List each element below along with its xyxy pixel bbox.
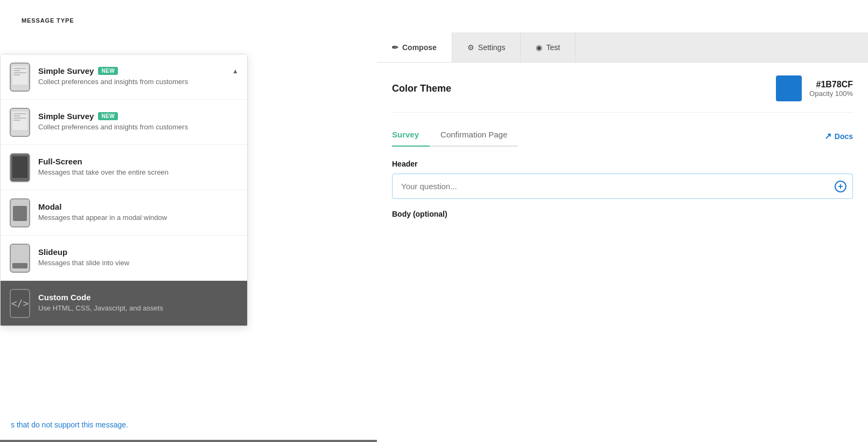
color-theme-section: Color Theme #1B78CF Opacity 100% (392, 75, 853, 113)
modal-icon (9, 198, 31, 227)
item-desc-simple-survey: Collect preferences and insights from cu… (38, 122, 239, 132)
left-preview-spacer: s that do not support this message. (0, 410, 377, 442)
item-title-simple-survey: Simple Survey NEW (38, 112, 239, 121)
body-label: Body (optional) (392, 210, 853, 218)
header-section: Header + (392, 160, 853, 199)
docs-label: Docs (835, 132, 853, 141)
docs-link[interactable]: ↗ Docs (824, 131, 853, 141)
simple-survey-text-selected: Simple Survey NEW ▲ Collect preferences … (38, 66, 239, 87)
simple-survey-text: Simple Survey NEW Collect preferences an… (38, 112, 239, 132)
color-swatch[interactable] (776, 75, 802, 101)
item-desc-slideup: Messages that slide into view (38, 258, 239, 268)
page-top: MESSAGE TYPE (0, 0, 868, 32)
slideup-text: Slideup Messages that slide into view (38, 247, 239, 268)
not-supported-message: s that do not support this message. (0, 410, 377, 440)
item-desc-custom-code: Use HTML, CSS, Javascript, and assets (38, 303, 239, 313)
slideup-icon (9, 243, 31, 273)
full-screen-text: Full-Screen Messages that take over the … (38, 157, 239, 177)
item-title-simple-survey-selected: Simple Survey NEW ▲ (38, 66, 239, 75)
dropdown-item-simple-survey[interactable]: Simple Survey NEW Collect preferences an… (1, 100, 247, 145)
simple-survey-icon (9, 107, 31, 137)
main-layout: Simple Survey NEW ▲ Collect preferences … (0, 32, 868, 442)
color-theme-label: Color Theme (392, 83, 451, 94)
color-hex: #1B78CF (809, 80, 853, 89)
header-input[interactable] (392, 174, 853, 199)
custom-code-text: Custom Code Use HTML, CSS, Javascript, a… (38, 293, 239, 313)
compose-icon: ✏ (392, 43, 398, 52)
color-info: #1B78CF Opacity 100% (809, 80, 853, 98)
dropdown-item-full-screen[interactable]: Full-Screen Messages that take over the … (1, 145, 247, 190)
not-supported-link[interactable]: s that do not support this message. (11, 420, 128, 429)
page-wrapper: MESSAGE TYPE (0, 0, 868, 442)
tab-settings[interactable]: ⚙ Settings (452, 32, 521, 62)
simple-survey-icon-selected (9, 62, 31, 92)
preview-area (0, 440, 377, 442)
right-content: Color Theme #1B78CF Opacity 100% Survey … (377, 63, 868, 442)
tab-confirmation-page[interactable]: Confirmation Page (430, 126, 518, 147)
tabs-row: ✏ Compose ⚙ Settings ◉ Test (377, 32, 868, 63)
modal-text: Modal Messages that appear in a modal wi… (38, 202, 239, 223)
new-badge-selected: NEW (98, 67, 118, 75)
item-title-modal: Modal (38, 202, 239, 211)
body-section: Body (optional) (392, 210, 853, 218)
color-right: #1B78CF Opacity 100% (776, 75, 853, 101)
full-screen-icon (9, 153, 31, 182)
header-input-wrapper: + (392, 174, 853, 199)
item-title-full-screen: Full-Screen (38, 157, 239, 166)
survey-tabs-row: Survey Confirmation Page ↗ Docs (392, 126, 853, 147)
tab-settings-label: Settings (478, 43, 506, 52)
chevron-up-icon: ▲ (232, 67, 239, 75)
color-opacity: Opacity 100% (809, 89, 853, 98)
tab-survey[interactable]: Survey (392, 126, 430, 147)
settings-icon: ⚙ (467, 43, 474, 52)
new-badge: NEW (98, 112, 118, 120)
message-type-label: MESSAGE TYPE (11, 8, 857, 28)
item-desc-simple-survey-selected: Collect preferences and insights from cu… (38, 77, 239, 87)
item-title-custom-code: Custom Code (38, 293, 239, 302)
dropdown-item-modal[interactable]: Modal Messages that appear in a modal wi… (1, 190, 247, 236)
left-pane: Simple Survey NEW ▲ Collect preferences … (0, 32, 377, 442)
dropdown-item-slideup[interactable]: Slideup Messages that slide into view (1, 236, 247, 281)
add-header-button[interactable]: + (835, 181, 846, 192)
tab-compose[interactable]: ✏ Compose (377, 32, 452, 62)
dropdown-item-custom-code[interactable]: </> Custom Code Use HTML, CSS, Javascrip… (1, 281, 247, 326)
right-panel: ✏ Compose ⚙ Settings ◉ Test Color Theme (377, 32, 868, 442)
tab-test[interactable]: ◉ Test (521, 32, 576, 62)
tab-test-label: Test (546, 43, 560, 52)
survey-tab-list: Survey Confirmation Page (392, 126, 518, 147)
message-type-dropdown: Simple Survey NEW ▲ Collect preferences … (0, 54, 248, 326)
dropdown-item-simple-survey-selected[interactable]: Simple Survey NEW ▲ Collect preferences … (1, 54, 247, 100)
item-desc-full-screen: Messages that take over the entire scree… (38, 168, 239, 177)
header-label: Header (392, 160, 853, 168)
item-title-slideup: Slideup (38, 247, 239, 257)
custom-code-icon: </> (9, 288, 31, 318)
docs-external-icon: ↗ (824, 131, 831, 141)
tab-compose-label: Compose (402, 43, 437, 52)
item-desc-modal: Messages that appear in a modal window (38, 213, 239, 223)
eye-icon: ◉ (536, 43, 542, 52)
